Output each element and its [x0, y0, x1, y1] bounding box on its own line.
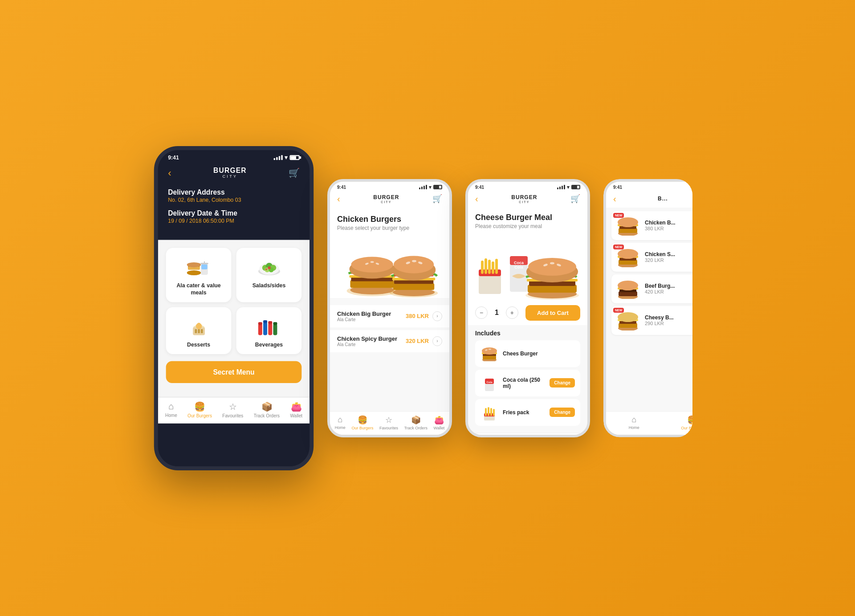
nav-home-label-4: Home: [629, 425, 639, 430]
qty-decrease-btn[interactable]: −: [475, 306, 488, 319]
bottom-nav-3: ⌂ Home 🍔 Our Burgers ☆ Favourites 📦 Trac…: [468, 433, 587, 437]
p2-item-1[interactable]: Chicken Big Burger Ala Carte 380 LKR ›: [330, 305, 449, 327]
nav-burgers-4[interactable]: 🍔 Our Burgers: [681, 415, 692, 430]
cart-icon-1[interactable]: 🛒: [289, 167, 300, 179]
brand-name-1: BURGER: [213, 167, 247, 175]
track-icon-2: 📦: [411, 415, 421, 425]
track-icon-3: 📦: [549, 437, 559, 437]
nav-burgers-3[interactable]: 🍔 Our Burgers: [489, 437, 511, 437]
salads-label: Salads/sides: [242, 281, 296, 289]
p4-item-list: NEW Chicken B... 380 LKR: [606, 208, 692, 411]
qty-controls: − 1 +: [475, 306, 518, 319]
bottom-nav-4: ⌂ Home 🍔 Our Burgers: [606, 411, 692, 435]
wifi-icon-2: ▾: [429, 184, 432, 190]
qty-increase-btn[interactable]: +: [506, 306, 518, 319]
p2-item-1-arrow[interactable]: ›: [432, 311, 442, 321]
nav-fav-label-1: Favourites: [222, 413, 243, 418]
nav-track-1[interactable]: 📦 Track Orders: [254, 401, 280, 418]
svg-point-0: [187, 270, 200, 275]
back-button-3[interactable]: ‹: [475, 194, 478, 204]
nav-home-4[interactable]: ⌂ Home: [629, 415, 639, 430]
p2-subtitle: Please select your burger type: [337, 225, 442, 231]
nav-track-3[interactable]: 📦 Track Orders: [542, 437, 566, 437]
battery-icon-2: [433, 185, 442, 189]
p4-item-1[interactable]: NEW Chicken B... 380 LKR: [611, 211, 692, 240]
p2-item-1-info: Chicken Big Burger Ala Carte: [337, 310, 391, 322]
wallet-icon-1: 👛: [291, 401, 302, 412]
add-to-cart-button[interactable]: Add to Cart: [525, 305, 580, 321]
p4-item-4[interactable]: NEW Cheesy B... 290 LKR: [611, 306, 692, 335]
bottom-nav-1: ⌂ Home 🍔 Our Burgers ☆ Favourites 📦 Trac…: [158, 397, 309, 423]
nav-track-2[interactable]: 📦 Track Orders: [404, 415, 428, 430]
p4-item-3-price: 420 LKR: [645, 289, 692, 294]
nav-burgers-label-2: Our Burgers: [351, 426, 373, 430]
status-icons-2: ▾: [419, 184, 442, 190]
p4-item-2[interactable]: NEW Chicken S... 320 LKR: [611, 243, 692, 272]
cola-change-button[interactable]: Change: [550, 378, 575, 388]
menu-card-beverages[interactable]: Beverages: [236, 307, 302, 354]
nav-home-2[interactable]: ⌂ Home: [335, 415, 346, 430]
delivery-address-label: Delivery Address: [168, 188, 300, 196]
nav-home-3[interactable]: ⌂ Home: [473, 437, 484, 437]
status-icons-1: ▾: [274, 154, 300, 161]
svg-point-94: [618, 217, 638, 227]
status-bar-4: 9:41 ▾: [606, 182, 692, 191]
cart-icon-2[interactable]: 🛒: [432, 194, 442, 204]
menu-card-ala-cater[interactable]: Ala cater & value meals: [166, 248, 232, 302]
nav-fav-3[interactable]: ☆ Favourites: [517, 437, 536, 437]
svg-rect-6: [200, 263, 208, 264]
p2-item-2-arrow[interactable]: ›: [432, 336, 442, 346]
brand-name-4: B...: [658, 196, 668, 202]
back-button-2[interactable]: ‹: [337, 194, 340, 204]
svg-point-3: [187, 262, 200, 267]
nav-burgers-2[interactable]: 🍔 Our Burgers: [351, 415, 373, 430]
delivery-date-label: Delivery Date & Time: [168, 209, 300, 217]
nav-wallet-2[interactable]: 👛 Wallet: [433, 415, 444, 430]
menu-card-salads[interactable]: Salads/sides: [236, 248, 302, 302]
p4-item-1-price: 380 LKR: [645, 226, 692, 231]
delivery-section: Delivery Address No. 02, 6th Lane, Colom…: [158, 183, 309, 240]
new-badge-1: NEW: [613, 213, 624, 218]
svg-rect-20: [198, 329, 200, 333]
secret-menu-button[interactable]: Secret Menu: [166, 361, 302, 383]
phone-main: 9:41 ▾ ‹ BURGER CITY 🛒 Delivery Address …: [154, 146, 314, 470]
svg-rect-55: [484, 258, 487, 274]
nav-burgers-1[interactable]: 🍔 Our Burgers: [187, 401, 212, 418]
svg-rect-19: [195, 329, 196, 333]
p2-item-1-type: Ala Carte: [337, 317, 391, 322]
back-button-4[interactable]: ‹: [613, 194, 616, 204]
svg-point-39: [370, 261, 374, 263]
fries-change-button[interactable]: Change: [550, 408, 575, 417]
brand-sub-2: CITY: [373, 200, 399, 204]
phone-header-4: ‹ B...: [606, 191, 692, 208]
status-icons-3: ▾: [557, 184, 580, 190]
svg-text:Cola: Cola: [486, 381, 493, 383]
p2-item-2-name: Chicken Spicy Burger: [337, 335, 397, 342]
nav-wallet-1[interactable]: 👛 Wallet: [290, 401, 302, 418]
cart-icon-3[interactable]: 🛒: [570, 194, 580, 204]
menu-card-desserts[interactable]: Desserts: [166, 307, 232, 354]
burger-icon-1: 🍔: [194, 401, 205, 412]
phone-header-3: ‹ BURGER CITY 🛒: [468, 191, 587, 208]
svg-rect-75: [483, 355, 496, 359]
p2-item-2[interactable]: Chicken Spicy Burger Ala Carte 320 LKR ›: [330, 330, 449, 352]
beverages-img: [254, 313, 284, 338]
include-item-cola: Cola Coca cola (250 ml) Change: [475, 370, 580, 396]
burger-hero-svg: [337, 233, 442, 300]
burger-icon-2: 🍔: [358, 415, 367, 425]
nav-wallet-3[interactable]: 👛 Wallet: [571, 437, 582, 437]
nav-fav-2[interactable]: ☆ Favourites: [379, 415, 398, 430]
back-button-1[interactable]: ‹: [168, 167, 171, 179]
delivery-address-value: No. 02, 6th Lane, Colombo 03: [168, 197, 300, 203]
nav-home-1[interactable]: ⌂ Home: [165, 401, 177, 418]
svg-rect-23: [258, 322, 262, 325]
svg-rect-86: [485, 408, 487, 416]
include-item-burger: Chees Burger: [475, 340, 580, 367]
desserts-img: [183, 313, 213, 338]
p3-title: Cheese Burger Meal: [475, 213, 580, 222]
meal-hero-svg: Coca Cola: [470, 229, 586, 301]
fav-icon-1: ☆: [229, 401, 237, 412]
p2-item-2-right: 320 LKR ›: [406, 336, 442, 346]
nav-fav-1[interactable]: ☆ Favourites: [222, 401, 243, 418]
p4-item-3[interactable]: Beef Burg... 420 LKR: [611, 274, 692, 303]
